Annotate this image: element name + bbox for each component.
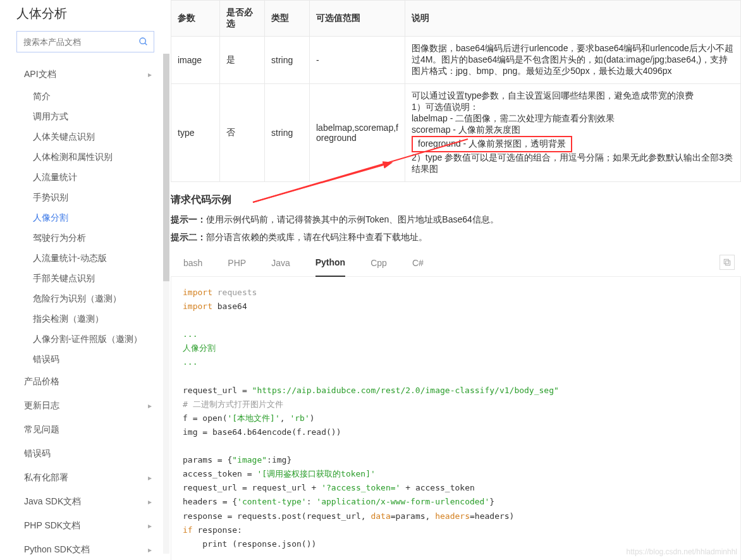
chevron-right-icon: ▸	[148, 473, 152, 482]
code-tab-python[interactable]: Python	[315, 249, 345, 277]
nav-item[interactable]: 错误码	[6, 350, 164, 370]
nav-section[interactable]: 更新日志▸	[6, 394, 164, 418]
table-cell: type	[171, 84, 220, 182]
table-cell: 可以通过设置type参数，自主设置返回哪些结果图，避免造成带宽的浪费1）可选值说…	[405, 84, 741, 182]
nav-item[interactable]: 人像分割	[6, 208, 164, 228]
code-tab-cpp[interactable]: Cpp	[370, 250, 387, 276]
table-cell: labelmap,scoremap,foreground	[310, 84, 405, 182]
table-cell: 是	[220, 37, 265, 84]
sidebar-scrollbar[interactable]	[163, 54, 169, 554]
table-cell: 否	[220, 84, 265, 182]
code-tab-php[interactable]: PHP	[228, 250, 246, 276]
table-cell: string	[265, 84, 310, 182]
nav-section[interactable]: API文档▸	[6, 63, 164, 87]
code-tab-c#[interactable]: C#	[412, 250, 424, 276]
nav-section[interactable]: Python SDK文档▸	[6, 538, 164, 560]
nav-section[interactable]: Java SDK文档▸	[6, 490, 164, 514]
code-block: import requests import base64 ... 人像分割 .…	[171, 277, 741, 560]
chevron-right-icon: ▸	[148, 70, 152, 79]
code-tabs: bashPHPJavaPythonCppC#	[171, 250, 741, 277]
tip-2: 提示二：部分语言依赖的类或库，请在代码注释中查看下载地址。	[171, 232, 741, 243]
watermark: https://blog.csdn.net/hhladminhhl	[627, 547, 737, 556]
code-tab-bash[interactable]: bash	[183, 250, 202, 276]
table-header: 可选值范围	[310, 1, 405, 37]
nav-item[interactable]: 危险行为识别（邀测）	[6, 289, 164, 309]
table-row: image是string-图像数据，base64编码后进行urlencode，要…	[171, 37, 741, 84]
chevron-right-icon: ▸	[148, 401, 152, 410]
main-content: 参数是否必选类型可选值范围说明 image是string-图像数据，base64…	[171, 0, 741, 560]
code-tab-java[interactable]: Java	[271, 250, 290, 276]
table-cell: image	[171, 37, 220, 84]
nav-section[interactable]: PHP SDK文档▸	[6, 514, 164, 538]
nav-item[interactable]: 人流量统计	[6, 167, 164, 188]
nav-item[interactable]: 人体检测和属性识别	[6, 147, 164, 167]
chevron-right-icon: ▸	[148, 545, 152, 554]
nav-section[interactable]: 产品价格	[6, 370, 164, 394]
sidebar: 人体分析 API文档▸简介调用方式人体关键点识别人体检测和属性识别人流量统计手势…	[0, 0, 171, 560]
sidebar-nav: API文档▸简介调用方式人体关键点识别人体检测和属性识别人流量统计手势识别人像分…	[6, 63, 164, 560]
search-box[interactable]	[16, 31, 154, 52]
search-input[interactable]	[22, 37, 138, 47]
search-icon	[138, 37, 149, 47]
svg-point-0	[140, 38, 145, 44]
nav-item[interactable]: 指尖检测（邀测）	[6, 309, 164, 329]
svg-rect-3	[724, 259, 728, 264]
sidebar-title: 人体分析	[6, 0, 164, 31]
request-example-heading: 请求代码示例	[171, 193, 741, 207]
nav-section[interactable]: 常见问题	[6, 418, 164, 442]
nav-section[interactable]: 私有化部署▸	[6, 466, 164, 490]
table-row: type否stringlabelmap,scoremap,foreground可…	[171, 84, 741, 182]
table-cell: -	[310, 37, 405, 84]
nav-section[interactable]: 错误码	[6, 442, 164, 466]
table-cell: 图像数据，base64编码后进行urlencode，要求base64编码和url…	[405, 37, 741, 84]
table-cell: string	[265, 37, 310, 84]
table-header: 类型	[265, 1, 310, 37]
table-header: 是否必选	[220, 1, 265, 37]
svg-rect-2	[726, 261, 730, 265]
nav-item[interactable]: 简介	[6, 87, 164, 107]
copy-icon[interactable]	[720, 255, 735, 270]
table-header: 说明	[405, 1, 741, 37]
nav-item[interactable]: 人像分割-证件照版（邀测）	[6, 329, 164, 350]
nav-item[interactable]: 手部关键点识别	[6, 269, 164, 289]
tip-1: 提示一：使用示例代码前，请记得替换其中的示例Token、图片地址或Base64信…	[171, 214, 741, 226]
nav-item[interactable]: 驾驶行为分析	[6, 228, 164, 248]
nav-item[interactable]: 调用方式	[6, 107, 164, 127]
nav-item[interactable]: 手势识别	[6, 188, 164, 208]
nav-item[interactable]: 人流量统计-动态版	[6, 248, 164, 269]
chevron-right-icon: ▸	[148, 497, 152, 506]
param-table: 参数是否必选类型可选值范围说明 image是string-图像数据，base64…	[171, 0, 741, 182]
svg-line-1	[145, 43, 147, 45]
chevron-right-icon: ▸	[148, 521, 152, 530]
nav-item[interactable]: 人体关键点识别	[6, 127, 164, 147]
table-header: 参数	[171, 1, 220, 37]
